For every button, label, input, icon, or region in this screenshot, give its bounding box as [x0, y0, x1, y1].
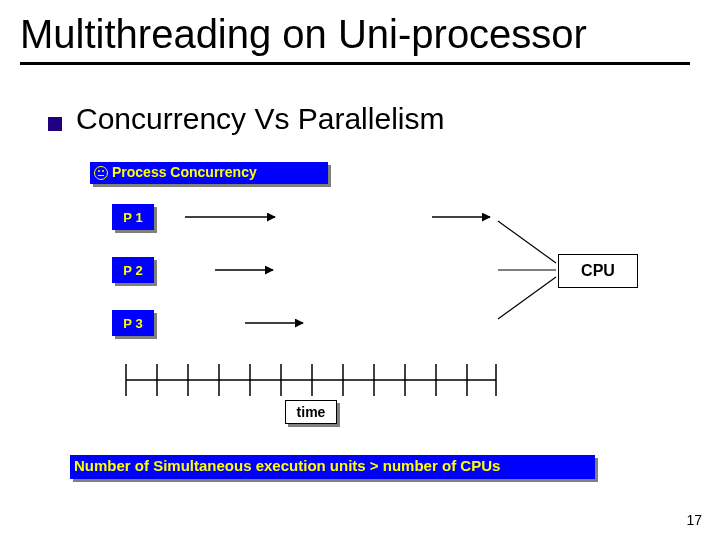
process-p3-box: P 3	[112, 310, 154, 336]
smiley-icon	[94, 166, 108, 180]
process-concurrency-header: Process Concurrency	[90, 162, 328, 184]
bullet-concurrency-vs-parallelism: Concurrency Vs Parallelism	[76, 102, 444, 136]
process-p1-box: P 1	[112, 204, 154, 230]
cpu-box: CPU	[558, 254, 638, 288]
svg-line-6	[498, 277, 556, 319]
footer-statement: Number of Simultaneous execution units >…	[70, 455, 595, 479]
time-label-box: time	[285, 400, 337, 424]
page-number: 17	[686, 512, 702, 528]
process-concurrency-label: Process Concurrency	[112, 164, 257, 180]
square-bullet-icon	[48, 117, 62, 131]
slide-title: Multithreading on Uni-processor	[20, 12, 587, 57]
process-p2-box: P 2	[112, 257, 154, 283]
title-underline	[20, 62, 690, 65]
svg-line-4	[498, 221, 556, 263]
